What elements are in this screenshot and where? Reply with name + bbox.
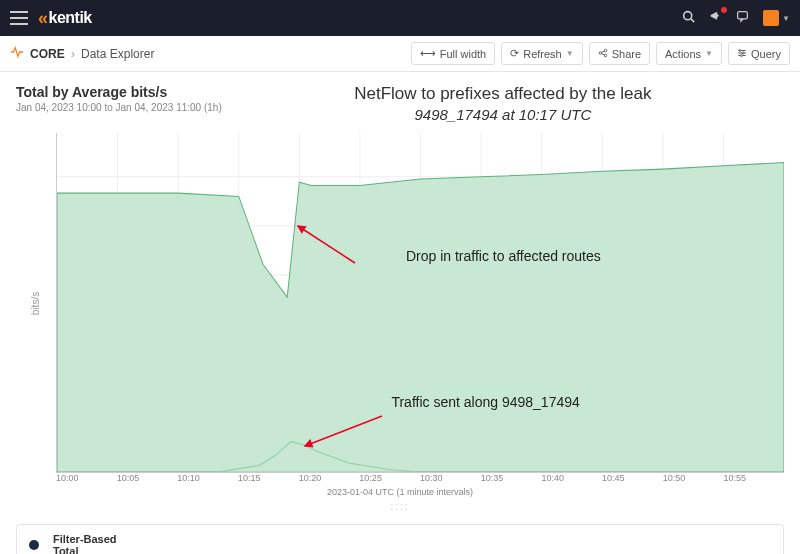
svg-point-11 [739, 49, 741, 51]
svg-line-1 [691, 19, 694, 22]
annotation-subtitle: 9498_17494 at 10:17 UTC [222, 106, 784, 123]
share-label: Share [612, 48, 641, 60]
chart-plot[interactable]: Drop in traffic to affected routes Traff… [56, 133, 784, 473]
fullwidth-icon: ⟷ [420, 47, 436, 60]
chevron-right-icon: › [71, 46, 75, 61]
breadcrumb-root[interactable]: CORE [30, 47, 65, 61]
breadcrumb-page[interactable]: Data Explorer [81, 47, 154, 61]
menu-icon[interactable] [10, 11, 28, 25]
chart-title: Total by Average bits/s [16, 84, 222, 100]
svg-rect-2 [738, 12, 748, 19]
avatar [763, 10, 779, 26]
refresh-button[interactable]: ⟳ Refresh ▼ [501, 42, 582, 65]
svg-point-4 [604, 49, 607, 52]
svg-point-13 [740, 54, 742, 56]
swatch-total [29, 540, 39, 550]
legend-header-l1: Filter-Based [53, 533, 117, 545]
svg-line-7 [601, 53, 604, 54]
top-nav: « kentik ▼ [0, 0, 800, 36]
refresh-icon: ⟳ [510, 47, 519, 60]
svg-line-6 [601, 51, 604, 52]
announce-icon[interactable] [709, 10, 722, 26]
breadcrumb-bar: CORE › Data Explorer ⟷ Full width ⟳ Refr… [0, 36, 800, 72]
svg-line-31 [298, 226, 355, 263]
page-toolbar: ⟷ Full width ⟳ Refresh ▼ Share Actions ▼… [411, 42, 790, 65]
svg-point-3 [599, 51, 602, 54]
svg-line-32 [305, 416, 382, 446]
fullwidth-label: Full width [440, 48, 486, 60]
chart-area[interactable]: bits/s Drop in traffic to affected route [16, 133, 784, 473]
svg-point-12 [742, 52, 744, 54]
share-icon [598, 48, 608, 60]
pulse-icon [10, 45, 24, 62]
notification-badge [721, 7, 727, 13]
brand-text: kentik [49, 9, 92, 27]
brand-logo[interactable]: « kentik [38, 8, 92, 29]
fullwidth-button[interactable]: ⟷ Full width [411, 42, 495, 65]
annotation-title: NetFlow to prefixes affected by the leak [222, 84, 784, 104]
y-axis-label: bits/s [31, 291, 42, 314]
chart-timerange: Jan 04, 2023 10:00 to Jan 04, 2023 11:00… [16, 102, 222, 113]
legend-header-l2: Total [53, 545, 78, 554]
share-button[interactable]: Share [589, 42, 650, 65]
refresh-label: Refresh [523, 48, 562, 60]
search-icon[interactable] [682, 10, 695, 26]
user-menu[interactable]: ▼ [763, 10, 790, 26]
brand-chevrons: « [38, 8, 48, 29]
chat-icon[interactable] [736, 10, 749, 26]
chevron-down-icon: ▼ [705, 49, 713, 58]
arrow-sent [297, 411, 800, 554]
actions-button[interactable]: Actions ▼ [656, 42, 722, 65]
sliders-icon [737, 48, 747, 60]
svg-point-5 [604, 54, 607, 57]
actions-label: Actions [665, 48, 701, 60]
query-label: Query [751, 48, 781, 60]
query-button[interactable]: Query [728, 42, 790, 65]
svg-point-0 [684, 12, 692, 20]
chevron-down-icon: ▼ [566, 49, 574, 58]
